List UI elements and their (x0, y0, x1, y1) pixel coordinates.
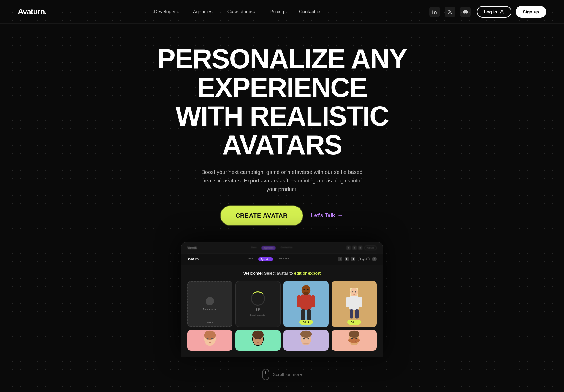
preview-links-active: Devs Agencies Contact Us (248, 257, 289, 261)
preview-active-social-3: ▮ (351, 257, 355, 261)
preview-login-blurred: Full List (364, 246, 377, 250)
avatar-card-small-2[interactable] (235, 330, 281, 351)
nav-link-developers[interactable]: Developers (154, 9, 178, 15)
nav-link-agencies[interactable]: Agencies (193, 9, 213, 15)
svg-point-8 (303, 292, 309, 295)
scroll-indicator: Scroll for more (0, 369, 564, 380)
svg-rect-13 (349, 296, 359, 310)
svg-point-38 (355, 337, 357, 339)
scroll-label: Scroll for more (273, 372, 302, 377)
preview-active-social-2: ▮ (345, 257, 349, 261)
svg-point-36 (349, 331, 359, 338)
preview-close-button[interactable]: × (372, 257, 377, 261)
new-avatar-add-label: Add + (207, 321, 213, 324)
nav-link-case-studies[interactable]: Case studies (227, 9, 255, 15)
app-preview: Varntil. Devs Agencies Contact Us ▮ ▮ ▮ … (181, 242, 383, 357)
svg-rect-16 (350, 309, 353, 319)
svg-point-19 (355, 291, 356, 293)
svg-point-37 (351, 337, 353, 339)
svg-rect-6 (301, 309, 305, 320)
hero-section: PERSONALIZE ANY EXPERIENCE WITH REALISTI… (0, 24, 564, 380)
navbar: Avaturn. Developers Agencies Case studie… (0, 0, 564, 24)
preview-active-social-1: ▮ (338, 257, 342, 261)
spinner-container: 38° Loading avatar (250, 291, 266, 316)
linkedin-icon[interactable] (429, 7, 440, 17)
twitter-icon[interactable] (445, 7, 455, 17)
login-button[interactable]: Log in (477, 6, 511, 18)
new-avatar-plus-icon: + (206, 297, 214, 305)
face-4 (332, 330, 377, 351)
preview-social-2: ▮ (352, 246, 357, 250)
nav-actions: Log in Sign up (477, 6, 546, 18)
new-avatar-label: New Avatar (203, 308, 217, 311)
svg-rect-17 (355, 309, 359, 319)
avatar-card-new[interactable]: + New Avatar Add + (187, 281, 232, 327)
svg-point-9 (304, 289, 305, 290)
svg-point-1 (501, 10, 503, 12)
signup-label: Sign up (523, 9, 539, 14)
svg-point-28 (259, 338, 261, 339)
svg-point-31 (303, 338, 305, 339)
nav-link-contact[interactable]: Contact us (299, 9, 321, 15)
loading-label: Loading avatar (250, 314, 266, 316)
preview-social-1: ▮ (346, 246, 351, 250)
face-3 (283, 330, 329, 351)
svg-point-0 (432, 10, 433, 11)
svg-point-23 (211, 338, 213, 339)
avatar-card-small-4[interactable] (332, 330, 377, 351)
preview-social-3: ▮ (358, 246, 362, 250)
loading-percent: 38° (256, 308, 260, 311)
nav-right: Log in Sign up (429, 6, 546, 18)
svg-point-35 (348, 338, 360, 343)
preview-nav-row1: Varntil. Devs Agencies Contact Us ▮ ▮ ▮ … (181, 242, 383, 254)
discord-icon[interactable] (460, 7, 471, 17)
svg-rect-33 (303, 343, 309, 344)
white-char-edit-btn[interactable]: Edit + (347, 320, 361, 325)
nav-logo[interactable]: Avaturn. (18, 7, 47, 16)
preview-links-blurred: Devs Agencies Contact Us (251, 246, 292, 250)
svg-rect-7 (307, 309, 311, 320)
avatar-bottom-row (187, 330, 377, 351)
svg-point-22 (207, 338, 208, 339)
svg-point-18 (352, 291, 354, 293)
red-character-svg (293, 284, 319, 324)
avatar-card-small-3[interactable] (283, 330, 329, 351)
svg-rect-14 (346, 297, 350, 307)
hero-title: PERSONALIZE ANY EXPERIENCE WITH REALISTI… (119, 45, 445, 159)
svg-point-26 (252, 331, 264, 339)
svg-rect-5 (311, 295, 315, 307)
scroll-mouse-icon (262, 369, 269, 380)
nav-social (429, 7, 471, 17)
avatar-grid: + New Avatar Add + 38° Loading avatar (187, 281, 377, 327)
svg-point-30 (300, 331, 312, 338)
login-label: Log in (484, 9, 497, 14)
nav-link-pricing[interactable]: Pricing (270, 9, 284, 15)
preview-login-active: Log list (358, 257, 370, 261)
avatar-card-red[interactable]: Edit + (283, 281, 329, 327)
hero-actions: CREATE AVATAR Let's Talk → (0, 207, 564, 224)
preview-logo-blurred: Varntil. (187, 246, 197, 250)
svg-point-32 (307, 338, 309, 339)
signup-button[interactable]: Sign up (516, 6, 546, 18)
red-char-edit-btn[interactable]: Edit + (299, 320, 313, 325)
avatar-card-loading: 38° Loading avatar (235, 281, 281, 327)
face-1 (187, 330, 232, 351)
preview-welcome: Welcome! Select avatar to edit or export (187, 271, 377, 276)
nav-links: Developers Agencies Case studies Pricing… (154, 9, 322, 15)
loading-spinner (251, 291, 265, 306)
avatar-card-white[interactable]: Edit + (332, 281, 377, 327)
svg-rect-3 (300, 294, 311, 310)
avatar-card-small-1[interactable] (187, 330, 232, 351)
preview-logo-active: Avaturn. (187, 257, 199, 261)
svg-point-10 (307, 289, 308, 290)
preview-nav-row2: Avaturn. Devs Agencies Contact Us ▮ ▮ ▮ … (181, 254, 383, 265)
svg-rect-4 (297, 295, 301, 307)
white-character-svg (342, 286, 366, 322)
svg-point-12 (350, 288, 358, 297)
create-avatar-button[interactable]: CREATE AVATAR (221, 207, 302, 224)
hero-subtitle: Boost your next campaign, game or metave… (199, 168, 365, 193)
svg-point-27 (255, 338, 256, 339)
lets-talk-button[interactable]: Let's Talk → (311, 212, 343, 219)
svg-rect-15 (359, 297, 362, 307)
svg-point-21 (204, 331, 216, 340)
